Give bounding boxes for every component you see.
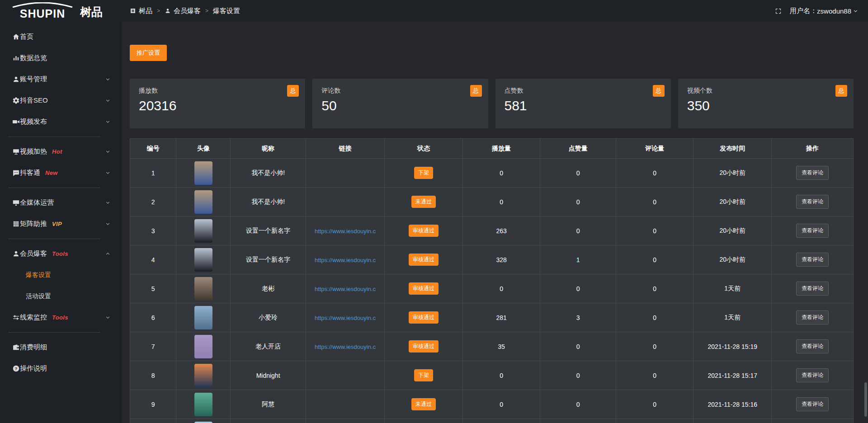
view-comments-button[interactable]: 查看评论 bbox=[796, 339, 829, 353]
svg-text:?: ? bbox=[15, 366, 18, 371]
cell-nickname: 设置一个新名字 bbox=[231, 245, 306, 274]
sidebar-item-label: 会员爆客 bbox=[20, 249, 47, 258]
sidebar-item-all-media[interactable]: 全媒体运营 bbox=[0, 192, 122, 213]
sidebar-subitem-baoke-settings[interactable]: 爆客设置 bbox=[0, 264, 122, 286]
cell-action: 查看评论 bbox=[772, 274, 854, 303]
view-comments-button[interactable]: 查看评论 bbox=[796, 282, 829, 296]
table-row: 5老彬https://www.iesdouyin.c审核通过0001天前查看评论 bbox=[130, 274, 854, 303]
sidebar: SHUPIN 树品 首页数据总览账号管理抖音SEO视频发布视频加热Hot抖客通N… bbox=[0, 0, 122, 423]
accounts-table-wrap: 编号头像昵称链接状态播放量点赞量评论量发布时间操作 1我不是小帅!下架00020… bbox=[130, 138, 854, 423]
gear-icon bbox=[12, 97, 20, 104]
column-header-2: 昵称 bbox=[231, 139, 306, 159]
sidebar-item-member-baoke[interactable]: 会员爆客Tools bbox=[0, 243, 122, 264]
logo-text-cn: 树品 bbox=[80, 5, 103, 19]
cell-time: 2021-11-28 15:16 bbox=[693, 390, 772, 419]
stat-label: 评论数 bbox=[321, 87, 479, 95]
breadcrumb-item-0[interactable]: 树品 bbox=[130, 7, 152, 15]
video-link[interactable]: https://www.iesdouyin.c bbox=[315, 286, 376, 292]
cell-action: 查看评论 bbox=[772, 303, 854, 332]
cell-action: 查看评论 bbox=[772, 188, 854, 216]
view-comments-button[interactable]: 查看评论 bbox=[796, 224, 829, 238]
cell-status: 审核通过 bbox=[385, 303, 463, 332]
stat-label: 点赞数 bbox=[505, 87, 662, 95]
sidebar-item-doukotong[interactable]: 抖客通New bbox=[0, 162, 122, 183]
user-dropdown[interactable]: 用户名： zswodun88 bbox=[790, 7, 858, 15]
table-row: 2我不是小帅!未通过00020小时前查看评论 bbox=[130, 188, 854, 216]
table-row: 6小爱玲https://www.iesdouyin.c审核通过281301天前查… bbox=[130, 303, 854, 332]
table-row: 3设置一个新名字https://www.iesdouyin.c审核通过26300… bbox=[130, 216, 854, 245]
cell-status bbox=[385, 419, 463, 423]
sidebar-item-label: 视频发布 bbox=[20, 118, 47, 126]
app-logo: SHUPIN 树品 bbox=[0, 0, 122, 22]
view-comments-button[interactable]: 查看评论 bbox=[796, 368, 829, 382]
cell-nickname: 设置一个新名字 bbox=[231, 216, 306, 245]
cell-time bbox=[693, 419, 772, 423]
video-link[interactable]: https://www.iesdouyin.c bbox=[315, 228, 376, 235]
sidebar-item-video-heat[interactable]: 视频加热Hot bbox=[0, 141, 122, 162]
sidebar-item-data-overview[interactable]: 数据总览 bbox=[0, 47, 122, 69]
cell-plays: 0 bbox=[462, 188, 540, 216]
cell-action: 查看评论 bbox=[772, 245, 854, 274]
cell-avatar bbox=[176, 159, 231, 188]
sidebar-item-home[interactable]: 首页 bbox=[0, 26, 122, 47]
status-badge: 审核通过 bbox=[409, 282, 439, 295]
view-comments-button[interactable]: 查看评论 bbox=[796, 397, 829, 411]
cell-avatar bbox=[176, 419, 231, 423]
cell-time: 2021-11-28 15:17 bbox=[693, 361, 772, 390]
sidebar-subitem-activity-settings[interactable]: 活动设置 bbox=[0, 286, 122, 307]
sidebar-item-label: 抖客通 bbox=[20, 169, 40, 177]
view-comments-button[interactable]: 查看评论 bbox=[796, 195, 829, 209]
view-comments-button[interactable]: 查看评论 bbox=[796, 253, 829, 267]
cell-avatar bbox=[176, 390, 231, 419]
table-row bbox=[130, 419, 854, 423]
sidebar-item-video-publish[interactable]: 视频发布 bbox=[0, 111, 122, 132]
column-header-6: 点赞量 bbox=[540, 139, 616, 159]
cell-comments: 0 bbox=[616, 303, 693, 332]
cell-comments: 0 bbox=[616, 245, 693, 274]
video-link[interactable]: https://www.iesdouyin.c bbox=[315, 257, 376, 263]
cell-likes: 0 bbox=[540, 361, 616, 390]
view-comments-button[interactable]: 查看评论 bbox=[796, 166, 829, 180]
promo-settings-button[interactable]: 推广设置 bbox=[130, 45, 167, 61]
avatar bbox=[194, 248, 212, 272]
sidebar-item-label: 账号管理 bbox=[20, 75, 47, 84]
video-icon bbox=[12, 118, 20, 126]
chevron-down-icon bbox=[105, 119, 110, 124]
table-row: 1我不是小帅!下架00020小时前查看评论 bbox=[130, 159, 854, 188]
fullscreen-icon[interactable] bbox=[775, 8, 782, 14]
video-link[interactable]: https://www.iesdouyin.c bbox=[315, 343, 376, 350]
cell-status: 审核通过 bbox=[385, 274, 463, 303]
sidebar-item-operation-guide[interactable]: ?操作说明 bbox=[0, 358, 122, 379]
stat-value: 50 bbox=[321, 98, 479, 113]
sidebar-menu: 首页数据总览账号管理抖音SEO视频发布视频加热Hot抖客通New全媒体运营矩阵助… bbox=[0, 22, 122, 379]
cell-comments: 0 bbox=[616, 188, 693, 216]
column-header-5: 播放量 bbox=[462, 139, 540, 159]
avatar bbox=[194, 335, 212, 358]
view-comments-button[interactable]: 查看评论 bbox=[796, 310, 829, 324]
status-badge: 审核通过 bbox=[409, 225, 439, 237]
column-header-0: 编号 bbox=[130, 139, 176, 159]
sidebar-divider bbox=[8, 188, 100, 188]
status-badge: 未通过 bbox=[411, 398, 436, 410]
sidebar-item-account-manage[interactable]: 账号管理 bbox=[0, 69, 122, 90]
cell-action: 查看评论 bbox=[772, 390, 854, 419]
cell-comments: 0 bbox=[616, 361, 693, 390]
cell-nickname: 我不是小帅! bbox=[231, 159, 306, 188]
sidebar-item-matrix-boost[interactable]: 矩阵助推VIP bbox=[0, 213, 122, 235]
scrollbar-thumb[interactable] bbox=[864, 382, 867, 417]
sidebar-item-clue-monitor[interactable]: 线索监控Tools bbox=[0, 307, 122, 328]
cell-time: 1天前 bbox=[693, 274, 772, 303]
accounts-table: 编号头像昵称链接状态播放量点赞量评论量发布时间操作 1我不是小帅!下架00020… bbox=[130, 138, 854, 423]
sidebar-item-douyin-seo[interactable]: 抖音SEO bbox=[0, 90, 122, 111]
cell-time: 2021-11-28 15:19 bbox=[693, 332, 772, 361]
column-header-8: 发布时间 bbox=[693, 139, 772, 159]
breadcrumb-item-1[interactable]: 会员爆客 bbox=[165, 7, 201, 15]
cell-link bbox=[306, 419, 384, 423]
cell-time: 20小时前 bbox=[693, 216, 772, 245]
video-link[interactable]: https://www.iesdouyin.c bbox=[315, 315, 376, 321]
cell-comments bbox=[616, 419, 693, 423]
cell-action bbox=[772, 419, 854, 423]
breadcrumb-label: 会员爆客 bbox=[174, 7, 201, 15]
sidebar-item-consume-detail[interactable]: 消费明细 bbox=[0, 337, 122, 358]
stat-card-videos: 视频个数350总 bbox=[678, 79, 854, 128]
